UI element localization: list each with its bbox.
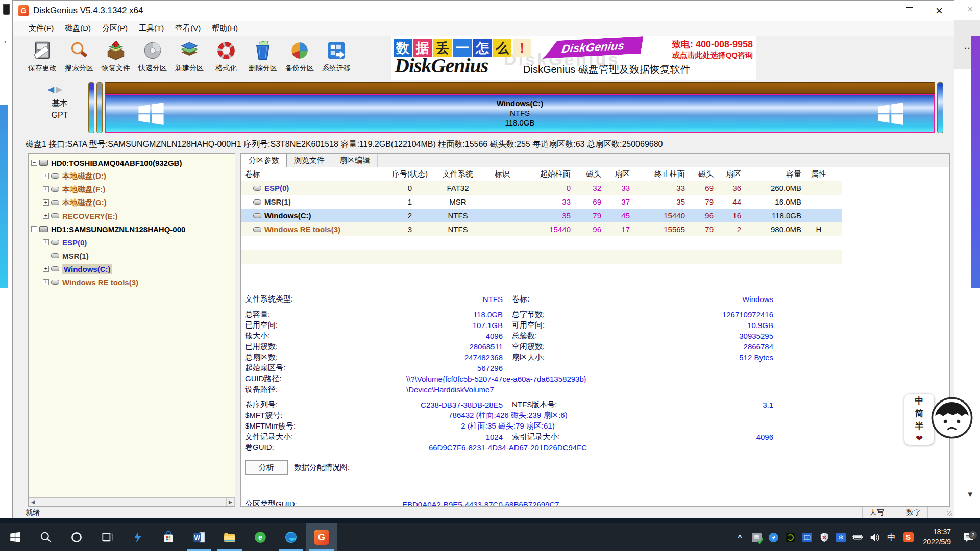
background-window-icon bbox=[3, 4, 10, 15]
tree-item-4[interactable]: +RECOVERY(E:) bbox=[29, 209, 235, 222]
menu-item-3[interactable]: 工具(T) bbox=[134, 22, 168, 35]
toolbar-migrate-button[interactable]: 系统迁移 bbox=[318, 39, 355, 73]
tree-item-6[interactable]: +ESP(0) bbox=[29, 236, 235, 249]
collapse-minus-icon[interactable]: − bbox=[31, 226, 37, 232]
prev-disk-icon[interactable]: ◀ bbox=[47, 85, 54, 94]
tray-volume-icon[interactable] bbox=[869, 531, 881, 543]
taskbar-flash-button[interactable] bbox=[122, 523, 153, 551]
toolbar-save-button[interactable]: 保存更改 bbox=[24, 39, 61, 73]
table-row-windows-re-tools-3-[interactable]: Windows RE tools(3)3NTFS1544096171556579… bbox=[241, 222, 842, 236]
expand-plus-icon[interactable]: + bbox=[43, 173, 49, 179]
expand-plus-icon[interactable]: + bbox=[43, 199, 49, 206]
toolbar-search-button[interactable]: 搜索分区 bbox=[61, 39, 97, 73]
menu-item-4[interactable]: 查看(V) bbox=[170, 22, 205, 35]
tray-security-shield-icon[interactable] bbox=[818, 531, 830, 543]
scrollbar-track[interactable] bbox=[37, 498, 226, 506]
desktop-gap bbox=[0, 518, 980, 523]
next-disk-icon[interactable]: ▶ bbox=[56, 85, 62, 94]
search-icon bbox=[69, 41, 89, 62]
partition-msr-bar[interactable] bbox=[96, 82, 103, 133]
expand-plus-icon[interactable]: + bbox=[43, 239, 49, 245]
expand-plus-icon[interactable]: + bbox=[43, 279, 49, 285]
sogou-ime-widget[interactable]: 中简半❤ bbox=[904, 392, 976, 447]
minimize-button[interactable] bbox=[865, 1, 895, 21]
taskbar-ie-button[interactable]: e bbox=[245, 523, 276, 551]
tab-2[interactable]: 扇区编辑 bbox=[332, 154, 378, 167]
close-button[interactable] bbox=[924, 1, 954, 21]
details-row: $MFT簇号:786432 (柱面:426 磁头:239 扇区:6) bbox=[245, 410, 802, 421]
taskbar-search-button[interactable] bbox=[31, 523, 61, 551]
detail-value: 118.0GB bbox=[334, 310, 503, 319]
tray-sogou-icon[interactable]: S bbox=[902, 531, 915, 543]
resize-grip[interactable] bbox=[927, 507, 954, 518]
taskbar-cortana-button[interactable] bbox=[61, 523, 92, 551]
partition-icon bbox=[253, 227, 261, 232]
taskbar-word-button[interactable]: W bbox=[184, 523, 214, 551]
collapse-minus-icon[interactable]: − bbox=[31, 160, 37, 166]
partition-windows-c-bar[interactable]: Windows(C:) NTFS 118.0GB bbox=[105, 94, 935, 133]
taskbar-diskgenius-button[interactable]: G bbox=[306, 523, 337, 551]
taskbar-explorer-button[interactable] bbox=[214, 523, 245, 551]
toolbar-backup-button[interactable]: 备份分区 bbox=[281, 39, 318, 73]
quick-icon bbox=[143, 41, 162, 62]
toolbar-new-button[interactable]: 新建分区 bbox=[171, 39, 208, 73]
tray-messenger-icon[interactable] bbox=[768, 531, 780, 543]
scroll-left-icon[interactable]: ◀ bbox=[29, 498, 37, 506]
toolbar-recover-button[interactable]: 恢复文件 bbox=[97, 39, 134, 73]
sogou-option-0[interactable]: 中 bbox=[915, 395, 924, 407]
toolbar-delete-button[interactable]: 删除分区 bbox=[244, 39, 281, 73]
titlebar[interactable]: G DiskGenius V5.4.3.1342 x64 bbox=[13, 1, 954, 21]
sogou-option-2[interactable]: 半 bbox=[915, 420, 924, 432]
table-cell: 0 bbox=[388, 184, 432, 192]
tray-snowflake-icon[interactable]: ❄ bbox=[835, 531, 847, 543]
table-row-esp-0-[interactable]: ESP(0)0FAT3203233336936260.0MB bbox=[241, 181, 842, 195]
partition-re-tools-bar[interactable] bbox=[937, 82, 943, 133]
table-cell: 15440 bbox=[633, 211, 688, 220]
toolbar-quick-button[interactable]: 快速分区 bbox=[134, 39, 171, 73]
expand-plus-icon[interactable]: + bbox=[43, 186, 49, 192]
banner-qq-link[interactable]: 或点击此处选择QQ咨询 bbox=[672, 51, 753, 60]
expand-plus-icon[interactable]: + bbox=[43, 213, 49, 219]
taskbar-edge-button[interactable] bbox=[276, 523, 306, 551]
partition-esp-bar[interactable] bbox=[88, 82, 94, 133]
menu-item-0[interactable]: 文件(F) bbox=[24, 22, 58, 35]
analyze-button[interactable]: 分析 bbox=[245, 460, 288, 475]
menu-item-5[interactable]: 帮助(H) bbox=[207, 22, 242, 35]
tab-0[interactable]: 分区参数 bbox=[241, 153, 287, 167]
taskbar-start-button[interactable] bbox=[0, 523, 31, 551]
maximize-button[interactable] bbox=[895, 1, 924, 21]
expand-plus-icon[interactable]: + bbox=[43, 266, 49, 272]
tree-item-7[interactable]: MSR(1) bbox=[29, 249, 235, 262]
ad-banner[interactable]: DiskGenius 数据丢一怎么！ DiskGenius 致电: 400-00… bbox=[391, 36, 756, 80]
tray-ime-chinese-icon[interactable]: 中 bbox=[886, 531, 898, 543]
tray-nvidia-icon[interactable] bbox=[785, 531, 797, 543]
taskbar-store-button[interactable] bbox=[153, 523, 184, 551]
scroll-right-icon[interactable]: ▶ bbox=[226, 498, 235, 506]
tree-item-5[interactable]: −HD1:SAMSUNGMZNLN128HAHQ-000 bbox=[29, 222, 235, 236]
notification-center-button[interactable]: 2 bbox=[960, 532, 977, 542]
sogou-option-1[interactable]: 简 bbox=[915, 408, 924, 419]
taskbar-taskview-button[interactable] bbox=[92, 523, 122, 551]
tree-item-3[interactable]: +本地磁盘(G:) bbox=[29, 196, 235, 209]
tray-intel-icon[interactable]: i bbox=[801, 531, 814, 543]
tree-item-8[interactable]: +Windows(C:) bbox=[29, 262, 235, 276]
toolbar-format-button[interactable]: 格式化 bbox=[208, 39, 244, 73]
table-row-windows-c-[interactable]: Windows(C:)2NTFS357945154409616118.0GB bbox=[241, 209, 842, 222]
tree-item-2[interactable]: +本地磁盘(F:) bbox=[29, 183, 235, 196]
panel-splitter[interactable] bbox=[235, 153, 240, 507]
tree-item-1[interactable]: +本地磁盘(D:) bbox=[29, 169, 235, 183]
tree-horizontal-scrollbar[interactable]: ◀ ▶ bbox=[29, 497, 235, 506]
detail-value: \Device\HarddiskVolume7 bbox=[406, 385, 494, 394]
tab-1[interactable]: 浏览文件 bbox=[287, 154, 332, 167]
sogou-option-3[interactable]: ❤ bbox=[916, 433, 923, 444]
menu-item-1[interactable]: 磁盘(D) bbox=[60, 22, 95, 35]
tree-item-0[interactable]: −HD0:TOSHIBAMQ04ABF100(932GB) bbox=[29, 156, 235, 169]
close-icon: × bbox=[967, 4, 973, 15]
tray-printer-icon[interactable] bbox=[751, 531, 763, 543]
tray-tray-expand-icon[interactable]: ^ bbox=[734, 531, 746, 543]
menu-item-2[interactable]: 分区(P) bbox=[97, 22, 132, 35]
tray-power-icon[interactable] bbox=[852, 531, 864, 543]
taskbar-clock[interactable]: 18:372022/5/9 bbox=[919, 527, 955, 547]
tree-item-9[interactable]: +Windows RE tools(3) bbox=[29, 276, 235, 289]
table-row-msr-1-[interactable]: MSR(1)1MSR33693735794416.0MB bbox=[241, 195, 842, 209]
